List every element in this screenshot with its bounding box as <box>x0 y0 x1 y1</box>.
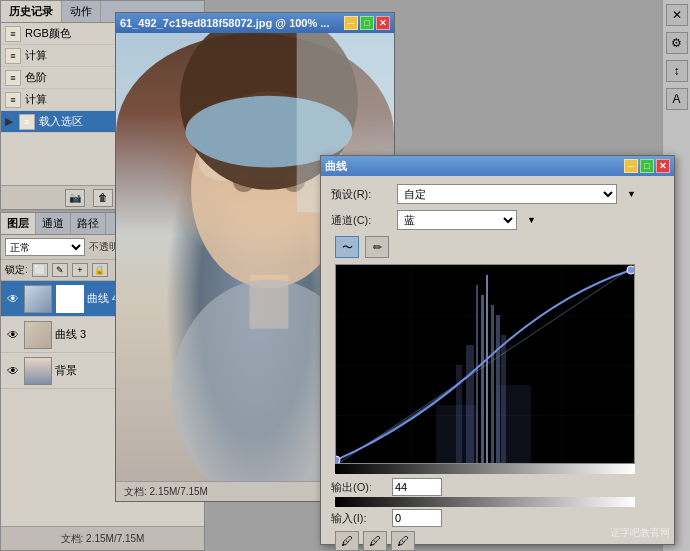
svg-point-22 <box>627 266 635 274</box>
eyedropper-gray[interactable]: 🖊 <box>363 531 387 551</box>
history-icon-3: ≡ <box>5 92 21 108</box>
tab-history[interactable]: 历史记录 <box>1 1 62 22</box>
layers-footer: 文档: 2.15M/7.15M <box>1 526 204 550</box>
svg-point-5 <box>233 170 255 192</box>
layer-eye-0[interactable]: 👁 <box>5 291 21 307</box>
curves-preset-select[interactable]: 自定 <box>397 184 617 204</box>
curves-input-label: 输入(I): <box>331 511 386 526</box>
image-window-titlebar: 61_492_7c19ed818f58072.jpg @ 100% ... ─ … <box>116 13 394 33</box>
tab-channels[interactable]: 通道 <box>36 213 71 234</box>
toolbar-icon-4[interactable]: A <box>666 88 688 110</box>
lock-btn-1[interactable]: ⬜ <box>32 263 48 277</box>
curve-draw-tool[interactable]: 〜 <box>335 236 359 258</box>
curves-titlebar: 曲线 ─ □ ✕ <box>321 156 674 176</box>
tab-actions[interactable]: 动作 <box>62 1 101 22</box>
lock-btn-3[interactable]: + <box>72 263 88 277</box>
layer-thumb-2 <box>24 357 52 385</box>
watermark: 逆字吧教育网 <box>610 526 670 540</box>
history-item-label-3: 计算 <box>25 92 47 107</box>
image-window-title: 61_492_7c19ed818f58072.jpg @ 100% ... <box>120 17 329 29</box>
history-item-label-4: 载入选区 <box>39 114 83 129</box>
curves-eyedroppers: 🖊 🖊 🖊 <box>335 531 415 551</box>
lock-label: 锁定: <box>5 263 28 277</box>
layer-status: 文档: 2.15M/7.15M <box>61 532 145 546</box>
curves-output-input[interactable] <box>392 478 442 496</box>
eyedropper-black[interactable]: 🖊 <box>335 531 359 551</box>
curves-svg <box>336 265 635 464</box>
history-icon-4: ≡ <box>19 114 35 130</box>
history-icon-0: ≡ <box>5 26 21 42</box>
curves-dropdown-arrow: ▼ <box>627 189 636 199</box>
layer-thumb-1 <box>24 321 52 349</box>
curves-channel-arrow: ▼ <box>527 215 536 225</box>
close-btn[interactable]: ✕ <box>376 16 390 30</box>
svg-rect-9 <box>336 265 635 464</box>
eyedropper-white[interactable]: 🖊 <box>391 531 415 551</box>
history-arrow-4: ▶ <box>5 115 13 128</box>
history-trash-btn[interactable]: 🗑 <box>93 189 113 207</box>
lock-btn-4[interactable]: 🔒 <box>92 263 108 277</box>
svg-rect-11 <box>476 285 478 464</box>
layer-thumb-0 <box>24 285 52 313</box>
window-controls: ─ □ ✕ <box>344 16 390 30</box>
layer-eye-1[interactable]: 👁 <box>5 327 21 343</box>
toolbar-icon-2[interactable]: ⚙ <box>666 32 688 54</box>
history-icon-2: ≡ <box>5 70 21 86</box>
curves-channel-select[interactable]: 蓝 <box>397 210 517 230</box>
history-new-btn[interactable]: 📷 <box>65 189 85 207</box>
history-item-label-2: 色阶 <box>25 70 47 85</box>
tab-layers[interactable]: 图层 <box>1 213 36 234</box>
svg-rect-13 <box>486 275 488 464</box>
curves-preset-row: 预设(R): 自定 ▼ <box>331 184 664 204</box>
svg-rect-20 <box>496 385 531 464</box>
svg-rect-19 <box>436 405 476 464</box>
curves-input-input[interactable] <box>392 509 442 527</box>
svg-rect-12 <box>481 295 484 464</box>
layer-eye-2[interactable]: 👁 <box>5 363 21 379</box>
curves-output-label: 输出(O): <box>331 480 386 495</box>
curves-close[interactable]: ✕ <box>656 159 670 173</box>
minimize-btn[interactable]: ─ <box>344 16 358 30</box>
svg-rect-14 <box>491 305 494 464</box>
blend-mode-select[interactable]: 正常 <box>5 238 85 256</box>
history-item-label-0: RGB颜色 <box>25 26 71 41</box>
curves-window-controls: ─ □ ✕ <box>624 159 670 173</box>
gradient-bar-output <box>335 464 635 474</box>
curves-maximize[interactable]: □ <box>640 159 654 173</box>
curves-title: 曲线 <box>325 159 347 174</box>
curve-pencil-tool[interactable]: ✏ <box>365 236 389 258</box>
curves-minimize[interactable]: ─ <box>624 159 638 173</box>
curves-preset-label: 预设(R): <box>331 187 391 202</box>
history-item-label-1: 计算 <box>25 48 47 63</box>
curves-channel-label: 通道(C): <box>331 213 391 228</box>
maximize-btn[interactable]: □ <box>360 16 374 30</box>
svg-point-21 <box>336 456 340 464</box>
toolbar-icon-3[interactable]: ↕ <box>666 60 688 82</box>
curves-output-row: 输出(O): <box>331 478 664 496</box>
lock-btn-2[interactable]: ✎ <box>52 263 68 277</box>
curves-channel-row: 通道(C): 蓝 ▼ <box>331 210 664 230</box>
layer-mask-0 <box>56 285 84 313</box>
curves-graph[interactable] <box>335 264 635 464</box>
curves-input-row: 输入(I): <box>331 509 664 527</box>
image-status-text: 文档: 2.15M/7.15M <box>124 485 208 499</box>
tab-paths[interactable]: 路径 <box>71 213 106 234</box>
gradient-bar-input <box>335 497 635 507</box>
curves-body: 预设(R): 自定 ▼ 通道(C): 蓝 ▼ 〜 ✏ <box>321 176 674 551</box>
toolbar-icon-1[interactable]: ✕ <box>666 4 688 26</box>
curves-dialog: 曲线 ─ □ ✕ 预设(R): 自定 ▼ 通道(C): 蓝 ▼ 〜 ✏ <box>320 155 675 545</box>
history-icon-1: ≡ <box>5 48 21 64</box>
curves-tools: 〜 ✏ <box>331 236 664 258</box>
